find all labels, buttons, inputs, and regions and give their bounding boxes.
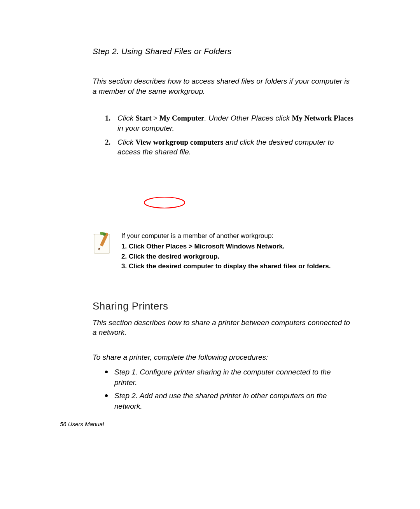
step-list-item: 1. Click Start > My Computer. Under Othe… [117, 113, 354, 133]
step-list-item: 2. Click View workgroup computers and cl… [117, 137, 354, 157]
note-line: 1. Click Other Places > Microsoft Window… [121, 241, 331, 252]
page-number: 56 [60, 421, 66, 427]
printer-intro: This section describes how to share a pr… [93, 318, 354, 338]
svg-point-0 [144, 197, 185, 208]
list-bold: My Network Places [292, 114, 353, 122]
note-block: If your computer is a member of another … [93, 231, 354, 271]
list-number: 1. [105, 113, 110, 123]
section-heading: Sharing Printers [93, 300, 354, 312]
list-text: Click [117, 138, 135, 146]
note-intro-line: If your computer is a member of another … [121, 231, 331, 241]
bullet-item: Step 2. Add and use the shared printer i… [114, 391, 354, 411]
highlight-ellipse-icon [143, 196, 186, 209]
page-footer: 56 Users Manual [60, 421, 104, 427]
note-text: If your computer is a member of another … [121, 231, 331, 271]
svg-point-5 [103, 233, 106, 236]
step-title: Step 2. Using Shared Files or Folders [93, 47, 354, 56]
step-intro: This section describes how to access sha… [93, 76, 354, 96]
list-text: in your computer. [117, 124, 174, 132]
printer-lead: To share a printer, complete the followi… [93, 353, 354, 362]
list-text: . Under Other Places click [205, 114, 292, 122]
list-bold: View workgroup computers [135, 138, 223, 146]
note-pencil-icon [93, 231, 114, 257]
note-line: 3. Click the desired computer to display… [121, 261, 331, 271]
note-line: 2. Click the desired workgroup. [121, 252, 331, 262]
printer-bullets: Step 1. Configure printer sharing in the… [93, 367, 354, 411]
list-text: Click [117, 114, 135, 122]
list-number: 2. [105, 137, 110, 147]
illustration-area [93, 173, 354, 219]
step-list: 1. Click Start > My Computer. Under Othe… [93, 113, 354, 157]
list-bold: Start > My Computer [135, 114, 204, 122]
footer-label: Users Manual [66, 421, 104, 427]
bullet-item: Step 1. Configure printer sharing in the… [114, 367, 354, 388]
page: Step 2. Using Shared Files or Folders Th… [0, 0, 420, 509]
